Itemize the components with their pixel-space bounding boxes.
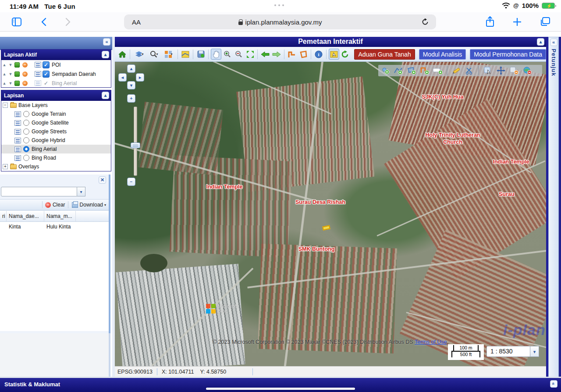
clear-features-button[interactable] [522,66,533,75]
close-results-button[interactable]: ✕ [99,176,106,184]
new-tab-button[interactable] [512,17,522,27]
zoom-slider-track[interactable] [134,107,137,176]
expand-node-icon[interactable]: + [3,164,8,169]
zoom-in-button[interactable]: + [127,94,135,103]
combobox-dropdown-icon[interactable]: ▾ [77,187,85,196]
layer-style-icon[interactable] [35,62,41,68]
collapse-node-icon[interactable]: − [3,103,8,108]
move-down-icon[interactable]: ▼ [7,72,14,76]
delete-feature-button[interactable] [509,66,519,75]
layer-style-icon[interactable] [14,120,21,126]
layer-table-icon[interactable] [14,62,20,68]
measure-area-button[interactable] [298,49,309,60]
layer-checkbox[interactable]: ✓ [43,61,50,68]
share-button[interactable] [485,16,495,28]
layer-table-icon[interactable] [14,81,20,86]
zoom-in-tool-button[interactable] [222,49,233,60]
active-layer-row[interactable]: ▲▼ − ✓ Sempadan Daerah [1,69,111,78]
reload-button[interactable] [421,18,429,26]
layer-table-icon[interactable] [14,71,20,77]
layer-style-icon[interactable] [14,155,21,161]
sidebar-toggle-icon[interactable] [11,17,22,27]
baselayer-radio[interactable] [23,120,29,126]
baselayer-radio-selected[interactable] [23,146,29,152]
baselayer-radio[interactable] [23,128,29,135]
download-button[interactable]: Download ▾ [71,202,106,208]
statistik-bar[interactable]: Statistik & Maklumat « [0,378,561,392]
table-row[interactable]: Kinta Hulu Kinta [0,222,109,232]
draw-point-button[interactable] [380,66,391,75]
expand-statistik-button[interactable]: « [550,380,557,388]
layer-style-icon[interactable] [14,111,21,117]
layer-style-icon[interactable] [14,129,21,135]
draw-line-button[interactable] [393,66,404,75]
baselayer-radio[interactable] [23,155,29,161]
previous-extent-button[interactable] [260,49,270,60]
tabs-button[interactable] [540,17,551,27]
overview-map-button[interactable] [180,49,191,60]
refresh-button[interactable] [340,49,351,60]
identify-tool-button[interactable] [329,49,339,60]
column-header[interactable]: Nama_m... [44,211,76,221]
pan-north-button[interactable]: ▴ [127,64,135,73]
modul-permohonan-data-button[interactable]: Modul Permohonan Data [470,49,546,60]
baselayer-row-selected[interactable]: Bing Aerial [1,145,111,153]
collapse-sidebar-button[interactable]: « [103,38,110,46]
search-combobox[interactable] [1,187,77,196]
split-feature-button[interactable] [464,66,475,75]
petunjuk-tab[interactable]: Petunjuk [550,49,557,76]
map-canvas[interactable]: ▴ ◂ ▸ ▾ + − [115,62,546,366]
east-panel-collapsed[interactable]: « Petunjuk [546,37,561,377]
select-feature-button[interactable] [483,66,493,75]
pan-south-button[interactable]: ▾ [127,81,135,89]
baselayer-radio[interactable] [23,111,29,117]
forward-button[interactable] [63,17,72,27]
move-down-icon[interactable]: ▼ [7,81,14,86]
tiles-menu-button[interactable]: ▾ [162,49,176,60]
remove-layer-icon[interactable]: − [22,71,28,77]
edit-feature-button[interactable] [451,66,462,75]
terms-of-use-link[interactable]: Terms of Use [415,339,447,345]
basemap-menu-button[interactable]: ▾ [132,49,146,60]
column-header[interactable]: Nama_dae... [7,211,44,221]
layer-style-icon[interactable] [14,146,21,152]
layer-checkbox[interactable]: ✓ [43,71,50,78]
zoom-out-button[interactable]: − [127,178,135,186]
measure-length-button[interactable] [287,49,297,60]
collapse-active-layers-button[interactable]: ▴ [102,51,109,58]
next-extent-button[interactable] [271,49,282,60]
draw-measure-button[interactable] [419,66,430,75]
tree-node-base-layers[interactable]: − Base Layers [1,101,111,110]
collapse-map-title-button[interactable]: ▴ [537,38,544,46]
baselayer-row[interactable]: Google Satellite [1,118,111,127]
layer-style-icon[interactable] [35,71,41,77]
scale-dropdown-icon[interactable]: ▾ [530,346,539,357]
modul-analisis-button[interactable]: Modul Analisis [419,49,466,60]
baselayer-row[interactable]: Google Hybrid [1,136,111,145]
home-indicator[interactable] [206,388,355,390]
tree-node-overlays[interactable]: + Overlays [1,162,111,171]
full-extent-button[interactable] [245,49,256,60]
draw-label-button[interactable] [433,66,443,75]
remove-layer-icon[interactable]: − [22,81,28,86]
pan-west-button[interactable]: ◂ [118,73,127,82]
back-button[interactable] [39,17,49,27]
search-menu-button[interactable]: ▾ [147,49,161,60]
move-up-icon[interactable]: ▲ [1,72,7,76]
baselayer-row[interactable]: Google Streets [1,127,111,136]
pan-tool-button[interactable] [211,49,221,60]
active-layer-row[interactable]: ▲▼ − ✓ Bing Aerial [1,78,111,88]
zoom-out-tool-button[interactable] [234,49,244,60]
address-bar[interactable]: AA iplan.planmalaysia.gov.my [124,14,436,29]
move-down-icon[interactable]: ▼ [7,63,14,67]
baselayer-row[interactable]: Google Terrain [1,110,111,118]
baselayer-row[interactable]: Bing Road [1,153,111,162]
zoom-slider-handle[interactable] [131,143,140,148]
aduan-guna-tanah-button[interactable]: Aduan Guna Tanah [354,49,415,60]
move-up-icon[interactable]: ▲ [1,81,7,86]
home-extent-button[interactable] [117,49,128,60]
collapse-layers-button[interactable]: ▴ [102,92,109,99]
draw-polygon-button[interactable] [406,66,417,75]
move-up-icon[interactable]: ▲ [1,63,7,67]
expand-petunjuk-button[interactable]: « [550,39,557,46]
